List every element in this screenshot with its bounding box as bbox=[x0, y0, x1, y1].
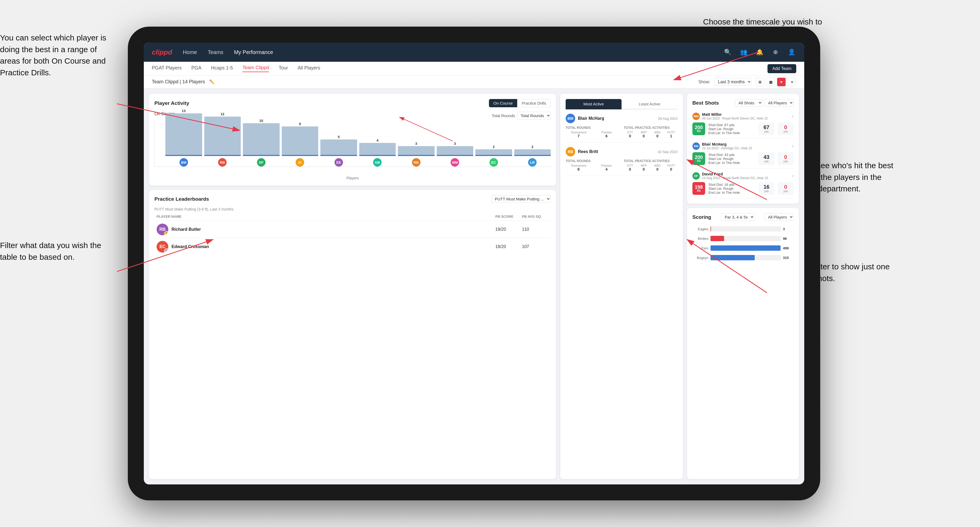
bar-avatar-9: LR bbox=[528, 158, 536, 167]
top-nav: clippd Home Teams My Performance 🔍 👥 🔔 ⊕… bbox=[144, 43, 804, 62]
bar-group-8: 2EC bbox=[476, 145, 512, 167]
player-activity-title: Player Activity bbox=[154, 100, 189, 106]
blair-rounds-cols: Tournament 7 Practice 6 bbox=[566, 131, 619, 138]
view-list-button[interactable]: ≡ bbox=[788, 78, 796, 86]
col-pb-score: PB Score bbox=[495, 214, 522, 219]
plus-button[interactable]: ⊕ bbox=[771, 48, 780, 57]
bogeys-label: Bogeys bbox=[692, 256, 708, 260]
drill-select[interactable]: PUTT Must Make Putting ... bbox=[492, 195, 551, 203]
scoring-players-select[interactable]: All Players bbox=[765, 213, 794, 221]
subnav-pga[interactable]: PGA bbox=[191, 65, 201, 72]
pars-bar-fill bbox=[711, 245, 781, 251]
scoring-row-pars: Pars 499 bbox=[692, 244, 794, 252]
team-header: Team Clippd | 14 Players ✏️ Show: Last 3… bbox=[144, 76, 804, 88]
practice-drills-toggle[interactable]: Practice Drills bbox=[517, 99, 551, 107]
bar-avatar-3: JC bbox=[296, 158, 304, 167]
bar-group-6: 3RB bbox=[398, 141, 434, 167]
active-avatar-rees: RB bbox=[566, 147, 575, 157]
active-toggle: Most Active Least Active bbox=[566, 99, 678, 110]
search-button[interactable]: 🔍 bbox=[723, 48, 732, 57]
blair-rounds-group: Total Rounds Tournament 7 Practice 6 bbox=[566, 126, 619, 138]
bar-2 bbox=[243, 123, 280, 156]
bar-group-0: 13BM bbox=[165, 109, 202, 167]
shot-item-david[interactable]: DF David Ford 24 Aug 2023 · Royal North … bbox=[692, 168, 794, 198]
eagles-label: Eagles bbox=[692, 227, 708, 231]
on-course-toggle[interactable]: On Course bbox=[489, 99, 517, 107]
edit-icon[interactable]: ✏️ bbox=[209, 79, 215, 84]
shot-desc-david: Shot Dist: 16 yds Start Lie: Rough End L… bbox=[708, 183, 755, 195]
shot-chevron-blair: › bbox=[792, 143, 794, 149]
bar-8 bbox=[476, 149, 512, 156]
shot-stat1-david: 16 yds bbox=[759, 182, 775, 195]
best-shots-header: Best Shots All Shots Approach Driving Al… bbox=[692, 99, 794, 107]
subnav-hcaps[interactable]: Hcaps 1-5 bbox=[211, 65, 233, 72]
annotation-top-left: You can select which player is doing the… bbox=[0, 32, 117, 78]
bar-4 bbox=[320, 140, 357, 156]
nav-teams[interactable]: Teams bbox=[208, 49, 223, 56]
birdies-bar-fill bbox=[711, 236, 724, 241]
tablet-device: clippd Home Teams My Performance 🔍 👥 🔔 ⊕… bbox=[128, 27, 820, 500]
blair-stats-row: Total Rounds Tournament 7 Practice 6 bbox=[566, 126, 678, 138]
shot-stat2-matt: 0 yds bbox=[778, 122, 794, 135]
profile-button[interactable]: 👤 bbox=[787, 48, 796, 57]
rees-practice-group: Total Practice Activities GTT 0 APP 0 bbox=[624, 159, 678, 171]
shot-player-info-matt: Matt Miller 09 Jun 2023 · Royal North De… bbox=[702, 112, 768, 120]
scoring-chart: Eagles 3 Birdies 96 bbox=[692, 225, 794, 261]
active-player-rees: RB Rees Britt 02 Sep 2023 Total Rounds T… bbox=[566, 147, 678, 176]
col-player-name: Player Name bbox=[157, 214, 495, 219]
blair-practice-group: Total Practice Activities GTT 0 APP 0 bbox=[624, 126, 678, 138]
shot-chevron-matt: › bbox=[792, 113, 794, 119]
shots-type-select[interactable]: All Shots Approach Driving bbox=[735, 99, 762, 107]
shot-stat1-matt: 67 yds bbox=[759, 122, 775, 135]
total-rounds-label: Total Rounds bbox=[492, 113, 515, 118]
bar-group-4: 5EE bbox=[320, 135, 357, 167]
add-team-button[interactable]: Add Team bbox=[767, 64, 796, 73]
subnav-tour[interactable]: Tour bbox=[278, 65, 288, 72]
active-date-rees: 02 Sep 2023 bbox=[658, 150, 678, 154]
view-grid2-button[interactable]: ▦ bbox=[767, 78, 775, 86]
subnav-all-players[interactable]: All Players bbox=[298, 65, 320, 72]
shot-item-matt[interactable]: MM Matt Miller 09 Jun 2023 · Royal North… bbox=[692, 109, 794, 139]
birdies-label: Birdies bbox=[692, 237, 708, 241]
nav-my-performance[interactable]: My Performance bbox=[234, 49, 273, 56]
all-players-select[interactable]: All Players bbox=[765, 99, 794, 107]
active-player-blair-header: BM Blair McHarg 26 Aug 2023 bbox=[566, 114, 678, 123]
best-shots-card: Best Shots All Shots Approach Driving Al… bbox=[687, 94, 799, 204]
nav-home[interactable]: Home bbox=[183, 49, 197, 56]
shots-filter: All Shots Approach Driving All Players bbox=[735, 99, 794, 107]
player-activity-card: Player Activity On Course Practice Drill… bbox=[149, 94, 556, 186]
scoring-par-select[interactable]: Par 3, 4 & 5s bbox=[721, 213, 754, 221]
bar-avatar-4: EE bbox=[334, 158, 343, 167]
main-content: Player Activity On Course Practice Drill… bbox=[144, 88, 804, 484]
subnav-team-clippd[interactable]: Team Clippd bbox=[242, 65, 269, 72]
eagles-bar-fill bbox=[711, 226, 711, 232]
bar-6 bbox=[398, 146, 434, 156]
butler-pb-avg: 110 bbox=[522, 227, 549, 232]
bell-button[interactable]: 🔔 bbox=[755, 48, 764, 57]
active-name-blair: Blair McHarg bbox=[578, 116, 604, 121]
rees-stats-row: Total Rounds Tournament 8 Practice 4 bbox=[566, 159, 678, 171]
subnav-pgat-players[interactable]: PGAT Players bbox=[152, 65, 181, 72]
users-button[interactable]: 👥 bbox=[739, 48, 748, 57]
chart-dropdown-select[interactable]: Total Rounds Fairways GIR bbox=[517, 112, 551, 119]
shot-avatar-david: DF bbox=[692, 172, 700, 179]
bar-5 bbox=[359, 143, 396, 156]
shot-name-david: David Ford bbox=[702, 171, 768, 176]
shot-avatar-blair: BM bbox=[692, 142, 700, 150]
show-select[interactable]: Last 3 months Last 6 months Last year bbox=[714, 78, 751, 86]
nav-icons: 🔍 👥 🔔 ⊕ 👤 bbox=[723, 48, 796, 57]
least-active-tab[interactable]: Least Active bbox=[622, 99, 678, 110]
left-panel: Player Activity On Course Practice Drill… bbox=[149, 94, 556, 479]
birdies-value: 96 bbox=[783, 237, 794, 241]
view-grid4-button[interactable]: ⊞ bbox=[756, 78, 764, 86]
bar-avatar-1: RB bbox=[218, 158, 227, 167]
bogeys-bar-fill bbox=[711, 255, 755, 260]
scoring-card: Scoring Par 3, 4 & 5s All Players Eagles bbox=[687, 208, 799, 479]
most-active-tab[interactable]: Most Active bbox=[566, 99, 622, 110]
shot-player-row-david: DF David Ford 24 Aug 2023 · Royal North … bbox=[692, 171, 794, 180]
bogeys-value: 315 bbox=[783, 256, 794, 260]
middle-panel: Most Active Least Active BM Blair McHarg… bbox=[560, 94, 683, 479]
shot-item-blair[interactable]: BM Blair McHarg 23 Jul 2023 · Ashridge G… bbox=[692, 139, 794, 168]
logo: clippd bbox=[152, 48, 172, 56]
view-heart-button[interactable]: ♥ bbox=[777, 78, 786, 86]
